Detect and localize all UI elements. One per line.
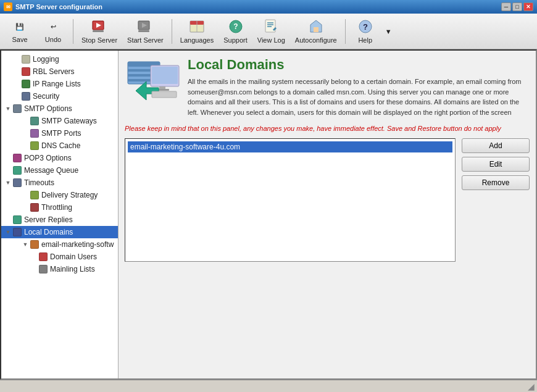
expander-local-domains: ▼: [4, 228, 12, 236]
svg-rect-26: [152, 67, 178, 84]
start-server-icon: [136, 19, 154, 35]
local-domains-graphic: [125, 57, 180, 106]
expander-mailing-lists: [30, 265, 38, 273]
label-throttling: Throttling: [41, 203, 72, 212]
languages-button[interactable]: Languages: [176, 17, 218, 46]
sidebar-item-smtp-ports[interactable]: SMTP Ports: [1, 127, 118, 140]
icon-delivery-strategy: [30, 190, 40, 200]
stop-server-button[interactable]: Stop Server: [77, 17, 122, 46]
sidebar-item-timeouts[interactable]: ▼Timeouts: [1, 177, 118, 189]
expander-smtp-ports: [21, 129, 30, 138]
expander-throttling: [21, 203, 30, 212]
label-delivery-strategy: Delivery Strategy: [41, 191, 98, 199]
maximize-button[interactable]: □: [512, 2, 522, 11]
autoconfigure-icon: [307, 19, 325, 35]
icon-logging: [21, 54, 31, 64]
stop-server-icon: [91, 19, 108, 35]
help-icon: ?: [357, 19, 374, 35]
icon-dns-cache: [30, 141, 40, 151]
svg-rect-2: [93, 30, 104, 32]
app-icon: ✉: [4, 2, 12, 11]
view-log-button[interactable]: View Log: [253, 17, 289, 46]
label-smtp-gateways: SMTP Gateways: [41, 117, 97, 125]
expander-logging: [12, 55, 21, 64]
toolbar: 💾 Save ↩ Undo Stop Server Start Server: [0, 14, 537, 49]
help-button[interactable]: ? Help: [349, 17, 381, 46]
label-logging: Logging: [33, 55, 59, 64]
sidebar-item-throttling[interactable]: Throttling: [1, 201, 118, 214]
icon-ip-range-lists: [21, 79, 31, 89]
close-button[interactable]: ✕: [523, 2, 533, 11]
sidebar-item-rbl-servers[interactable]: RBL Servers: [1, 65, 118, 78]
sidebar-item-domain-users[interactable]: Domain Users: [1, 251, 118, 263]
label-rbl-servers: RBL Servers: [33, 67, 75, 76]
icon-pop3-options: [12, 153, 22, 163]
expander-smtp-gateways: [21, 117, 30, 125]
start-server-button[interactable]: Start Server: [123, 17, 168, 46]
add-domain-button[interactable]: Add: [462, 138, 530, 153]
label-local-domains: Local Domains: [24, 228, 73, 236]
support-button[interactable]: ? Support: [219, 17, 252, 46]
label-smtp-options: SMTP Options: [24, 104, 72, 113]
sidebar-item-email-domain[interactable]: ▼email-marketing-softw: [1, 238, 118, 251]
sidebar-item-server-replies[interactable]: Server Replies: [1, 214, 118, 226]
dropdown-arrow-icon: ▼: [385, 28, 392, 35]
label-smtp-ports: SMTP Ports: [41, 129, 81, 138]
icon-smtp-ports: [30, 128, 40, 138]
expander-email-domain: ▼: [21, 240, 30, 249]
dropdown-arrow-button[interactable]: ▼: [383, 17, 394, 46]
expander-domain-users: [30, 252, 38, 261]
svg-rect-5: [138, 30, 149, 32]
sidebar-item-ip-range-lists[interactable]: IP Range Lists: [1, 78, 118, 90]
sidebar-item-security[interactable]: Security: [1, 90, 118, 102]
content-area: Local Domains All the emails in the mail…: [119, 51, 536, 378]
edit-domain-button[interactable]: Edit: [462, 157, 530, 172]
icon-smtp-options: [12, 104, 22, 114]
icon-server-replies: [12, 215, 22, 225]
undo-button[interactable]: ↩ Undo: [37, 17, 69, 46]
page-description: All the emails in the mailing system nec…: [188, 77, 530, 117]
icon-domain-users: [38, 252, 48, 262]
label-timeouts: Timeouts: [24, 178, 54, 187]
sidebar-item-logging[interactable]: Logging: [1, 53, 118, 65]
sidebar-item-dns-cache[interactable]: DNS Cache: [1, 140, 118, 152]
sidebar-item-delivery-strategy[interactable]: Delivery Strategy: [1, 189, 118, 201]
icon-local-domains: [12, 227, 22, 237]
sidebar-item-smtp-gateways[interactable]: SMTP Gateways: [1, 115, 118, 127]
expander-server-replies: [4, 215, 12, 224]
expander-delivery-strategy: [21, 191, 30, 199]
content-text-block: Local Domains All the emails in the mail…: [188, 57, 530, 117]
svg-text:?: ?: [363, 22, 368, 31]
minimize-button[interactable]: ─: [501, 2, 511, 11]
expander-ip-range-lists: [12, 80, 21, 88]
sidebar-item-message-queue[interactable]: Message Queue: [1, 164, 118, 177]
icon-message-queue: [12, 165, 22, 175]
expander-dns-cache: [21, 141, 30, 150]
save-button[interactable]: 💾 Save: [4, 17, 36, 46]
domain-list[interactable]: email-marketing-software-4u.com: [125, 138, 456, 262]
sidebar: LoggingRBL ServersIP Range ListsSecurity…: [1, 51, 119, 378]
autoconfigure-button[interactable]: Autoconfigure: [291, 17, 341, 46]
icon-timeouts: [12, 178, 22, 188]
label-ip-range-lists: IP Range Lists: [33, 80, 81, 88]
label-server-replies: Server Replies: [24, 215, 73, 224]
label-security: Security: [33, 92, 59, 101]
sidebar-item-local-domains[interactable]: ▼Local Domains: [1, 226, 118, 238]
remove-domain-button[interactable]: Remove: [462, 175, 530, 190]
content-header: Local Domains All the emails in the mail…: [125, 57, 530, 117]
svg-rect-30: [152, 91, 177, 98]
expander-timeouts: ▼: [4, 178, 12, 187]
domain-panel: email-marketing-software-4u.com Add Edit…: [125, 138, 530, 262]
domain-list-item-domain1[interactable]: email-marketing-software-4u.com: [128, 141, 452, 152]
sidebar-item-pop3-options[interactable]: POP3 Options: [1, 152, 118, 164]
window-controls: ─ □ ✕: [501, 2, 533, 11]
sidebar-item-smtp-options[interactable]: ▼SMTP Options: [1, 102, 118, 115]
label-pop3-options: POP3 Options: [24, 154, 72, 162]
label-domain-users: Domain Users: [50, 252, 97, 261]
save-icon: 💾: [11, 20, 28, 34]
svg-text:?: ?: [233, 22, 238, 31]
expander-smtp-options: ▼: [4, 104, 12, 113]
sidebar-item-mailing-lists[interactable]: Mainling Lists: [1, 263, 118, 275]
expander-security: [12, 92, 21, 101]
undo-icon: ↩: [44, 20, 62, 34]
